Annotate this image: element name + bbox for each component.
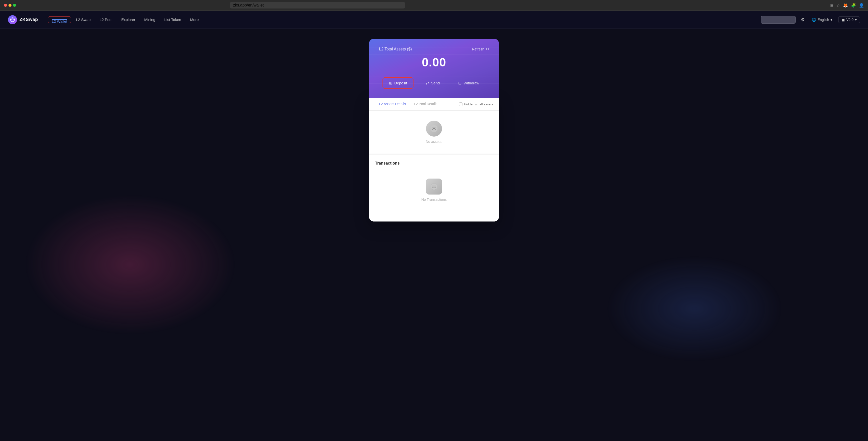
nav-item-list-token-label: List Token [164,18,181,22]
nav-links: L2 Wallet L2 Swap L2 Pool Explorer Minin… [48,15,761,24]
withdraw-button[interactable]: ⊡ Withdraw [452,77,486,89]
assets-content: No assets. [369,111,499,155]
extensions-icon[interactable]: ⊞ [830,3,834,8]
hidden-assets-checkbox-box[interactable] [459,102,463,106]
no-assets-icon [426,121,442,137]
browser-maximize-dot[interactable] [13,4,16,7]
browser-close-dot[interactable] [4,4,7,7]
hidden-assets-toggle[interactable]: Hidden small assets [459,102,493,106]
logo-area: ZKSwap [8,15,38,24]
refresh-label: Refresh [472,47,484,51]
version-box-icon: ▣ [841,18,845,22]
nav-item-mining-label: Mining [144,18,155,22]
main-content: L2 Total Assets ($) Refresh ↻ 0.00 ⊞ Dep… [0,29,868,441]
app: ZKSwap L2 Wallet L2 Swap L2 Pool Explore… [0,11,868,441]
metamask-icon[interactable]: 🦊 [843,3,848,8]
chevron-down-icon: ▾ [831,18,832,22]
globe-icon: 🌐 [812,18,816,22]
nav-item-explorer[interactable]: Explorer [117,15,139,24]
tab-l2-assets-label: L2 Assets Details [379,102,406,106]
wallet-address-button[interactable] [761,16,796,24]
send-label: Send [431,81,440,85]
refresh-icon: ↻ [486,47,489,52]
transactions-title: Transactions [375,161,493,166]
browser-chrome: zks.app/en/wallet ⊞ ☆ 🦊 🧩 👤 [0,0,868,11]
withdraw-icon: ⊡ [458,81,462,86]
send-button[interactable]: ⇄ Send [420,77,446,89]
svg-marker-4 [431,183,437,190]
nav-item-more[interactable]: More [186,15,203,24]
balance-display: 0.00 [379,56,489,69]
nav-item-l2-swap-label: L2 Swap [76,18,91,22]
svg-point-5 [433,185,434,186]
nav-item-l2-pool[interactable]: L2 Pool [95,15,116,24]
language-label: English [817,18,829,22]
nav-item-l2-wallet-label: L2 Wallet [52,19,67,20]
nav-item-l2-wallet[interactable]: L2 Wallet [48,16,71,23]
hidden-assets-label: Hidden small assets [464,102,493,106]
action-buttons: ⊞ Deposit ⇄ Send ⊡ Withdraw [379,77,489,89]
tab-l2-pool-label: L2 Pool Details [414,102,437,106]
version-chevron-icon: ▾ [855,18,857,22]
nav-item-l2-swap[interactable]: L2 Swap [72,15,94,24]
send-icon: ⇄ [426,81,429,86]
browser-url: zks.app/en/wallet [233,3,264,7]
tab-l2-assets-details[interactable]: L2 Assets Details [375,98,410,110]
card-header: L2 Total Assets ($) Refresh ↻ [379,47,489,52]
navbar: ZKSwap L2 Wallet L2 Swap L2 Pool Explore… [0,11,868,29]
deposit-label: Deposit [394,81,407,85]
bookmark-icon[interactable]: ☆ [837,3,840,8]
nav-item-mining[interactable]: Mining [140,15,159,24]
card-title: L2 Total Assets ($) [379,47,412,52]
deposit-icon: ⊞ [389,81,392,86]
browser-minimize-dot[interactable] [8,4,11,7]
assets-panel: L2 Assets Details L2 Pool Details Hidden… [369,98,499,222]
svg-point-0 [10,18,14,22]
panel-tabs: L2 Assets Details L2 Pool Details Hidden… [369,98,499,111]
no-transactions-icon [426,178,442,195]
address-bar[interactable]: zks.app/en/wallet [230,2,405,8]
version-selector[interactable]: ▣ V2.0 ▾ [838,16,860,23]
nav-item-more-label: More [190,18,199,22]
svg-point-2 [433,127,434,128]
nav-right: ⚙ 🌐 English ▾ ▣ V2.0 ▾ [761,16,860,24]
version-label: V2.0 [846,18,854,22]
language-selector[interactable]: 🌐 English ▾ [810,17,834,23]
transactions-empty: No Transactions [375,174,493,211]
no-transactions-text: No Transactions [421,198,446,202]
browser-right-icons: ⊞ ☆ 🦊 🧩 👤 [830,3,864,8]
logo-icon [8,15,17,24]
settings-icon[interactable]: ⚙ [800,16,806,24]
tab-l2-pool-details[interactable]: L2 Pool Details [410,98,441,110]
svg-point-6 [434,185,435,186]
svg-point-3 [434,127,435,128]
transactions-section: Transactions No Transactions [369,155,499,222]
deposit-button[interactable]: ⊞ Deposit [382,77,413,89]
no-assets-text: No assets. [426,140,442,144]
extensions-puzzle-icon[interactable]: 🧩 [851,3,856,8]
account-icon[interactable]: 👤 [859,3,864,8]
nav-item-l2-pool-label: L2 Pool [99,18,112,22]
nav-item-explorer-label: Explorer [121,18,135,22]
refresh-button[interactable]: Refresh ↻ [472,47,489,52]
browser-dots [4,4,16,7]
logo-text: ZKSwap [20,17,38,22]
withdraw-label: Withdraw [464,81,479,85]
wallet-card: L2 Total Assets ($) Refresh ↻ 0.00 ⊞ Dep… [369,39,499,98]
nav-item-list-token[interactable]: List Token [160,15,185,24]
